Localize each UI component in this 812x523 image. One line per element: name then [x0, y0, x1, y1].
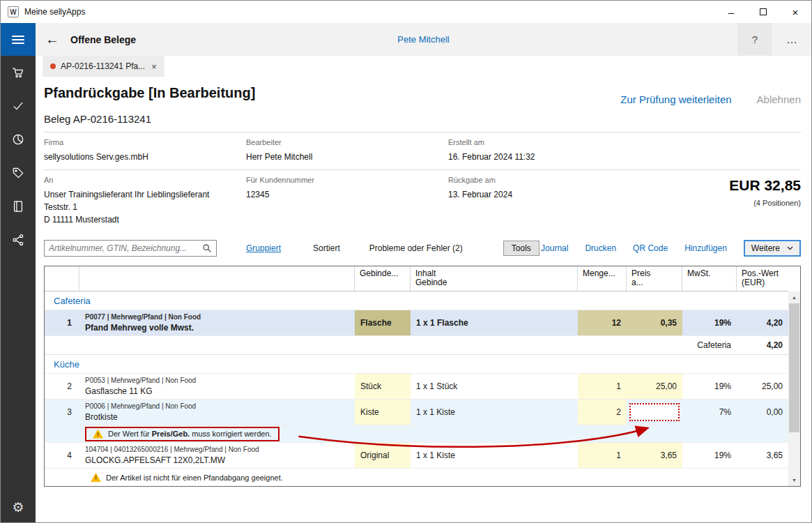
tag-icon	[11, 166, 25, 180]
scrollbar-track[interactable]	[788, 432, 800, 474]
tools-button[interactable]: Tools	[503, 241, 539, 256]
table-row-3[interactable]: 3 P0006 | Mehrweg/Pfand | Non Food Brotk…	[45, 400, 788, 425]
invalid-price-field[interactable]	[629, 403, 680, 421]
subtotal-value: 4,20	[737, 336, 788, 354]
preis-cell-invalid[interactable]	[627, 400, 682, 425]
total-positions: (4 Positionen)	[622, 199, 801, 207]
mwst-cell: 7%	[682, 400, 737, 425]
minimize-button[interactable]: –	[715, 1, 747, 23]
document-tab[interactable]: AP-0216-113241 Pfa... ×	[43, 56, 164, 77]
close-button[interactable]: ×	[779, 1, 811, 23]
journal-link[interactable]: Journal	[541, 243, 568, 253]
menge-cell[interactable]: 1	[578, 374, 627, 399]
add-link[interactable]: Hinzufügen	[684, 243, 727, 253]
search-input[interactable]	[49, 243, 202, 253]
more-actions-button[interactable]: Weitere	[744, 240, 801, 257]
row-number: 4	[45, 443, 79, 468]
scrollbar-thumb[interactable]	[789, 303, 799, 432]
row-number: 2	[45, 374, 79, 399]
inhalt-cell: 1 x 1 Kiste	[411, 400, 578, 425]
back-button[interactable]: ←	[45, 31, 59, 47]
sidebar-item-tasks[interactable]	[1, 89, 36, 123]
article-meta: P0006 | Mehrweg/Pfand | Non Food	[85, 402, 196, 410]
more-actions-label: Weitere	[751, 243, 780, 253]
article-cell: P0053 | Mehrweg/Pfand | Non Food Gasflas…	[79, 374, 355, 399]
table-row-4[interactable]: 4 104704 | 04013265000216 | Mehrweg/Pfan…	[45, 443, 788, 469]
reject-link[interactable]: Ablehnen	[757, 93, 801, 105]
warning-icon	[93, 430, 103, 439]
inhalt-cell: 1 x 1 Stück	[411, 374, 578, 399]
field-label: Rückgabe am	[448, 176, 622, 184]
more-button[interactable]: …	[772, 23, 811, 56]
search-box[interactable]	[44, 240, 217, 257]
sidebar-item-tags[interactable]	[1, 156, 36, 190]
warning-text: Der Wert für Preis/Geb. muss korrigiert …	[108, 430, 272, 438]
header-cell-mwst[interactable]: MwSt.	[682, 266, 737, 291]
share-icon	[11, 233, 25, 247]
gebinde-cell[interactable]: Flasche	[355, 310, 411, 335]
row-number: 3	[45, 400, 79, 425]
preis-cell[interactable]: 25,00	[627, 374, 682, 399]
sidebar-item-cart[interactable]	[1, 56, 36, 89]
warning-row-deposit: Der Artikel ist nicht für einen Pfandabg…	[45, 469, 788, 486]
table-row-1[interactable]: 1 P0077 | Mehrweg/Pfand | Non Food Pfand…	[45, 310, 788, 336]
table-row-2[interactable]: 2 P0053 | Mehrweg/Pfand | Non Food Gasfl…	[45, 374, 788, 400]
modified-dot-icon	[50, 63, 56, 69]
sidebar-item-share[interactable]	[1, 223, 36, 257]
sidebar-item-reports[interactable]	[1, 123, 36, 156]
sorted-link[interactable]: Sortiert	[313, 243, 340, 253]
group-header-cafeteria[interactable]: Cafeteria	[45, 291, 788, 310]
menge-cell[interactable]: 12	[578, 310, 627, 335]
sidebar: ⚙	[1, 23, 36, 522]
header-cell-preis[interactable]: Preisa...	[627, 266, 682, 291]
field-label: Für Kundennummer	[246, 176, 448, 184]
scroll-down-icon[interactable]: ▼	[788, 474, 800, 486]
wert-cell: 0,00	[737, 400, 788, 425]
article-cell: P0006 | Mehrweg/Pfand | Non Food Brotkis…	[79, 400, 355, 425]
group-header-kueche[interactable]: Küche	[45, 355, 788, 374]
app-window: W Meine sellyApps – ×	[0, 0, 812, 523]
user-name[interactable]: Pete Mitchell	[36, 34, 811, 45]
item-toolbar: Gruppiert Sortiert Probleme oder Fehler …	[44, 239, 801, 257]
menge-cell[interactable]: 1	[578, 443, 627, 468]
search-icon	[202, 243, 212, 253]
fields-row-1: Firma sellysolutions Serv.ges.mbH Bearbe…	[44, 132, 801, 169]
tab-close-icon[interactable]: ×	[151, 61, 157, 72]
print-link[interactable]: Drucken	[585, 243, 616, 253]
preis-cell[interactable]: 3,65	[627, 443, 682, 468]
app-title: Meine sellyApps	[24, 7, 85, 17]
field-bearbeiter: Bearbeiter Herr Pete Mitchell	[246, 138, 448, 163]
sidebar-item-journal[interactable]	[1, 190, 36, 223]
article-description: GLOCKG.APFELSAFT 12X0,2LT.MW	[85, 455, 225, 465]
field-value: 13. Februar 2024	[448, 188, 622, 201]
deposit-warning: Der Artikel ist nicht für einen Pfandabg…	[91, 473, 283, 482]
article-meta: 104704 | 04013265000216 | Mehrweg/Pfand …	[85, 446, 259, 453]
header-cell-gebinde[interactable]: Gebinde...	[355, 266, 411, 291]
header-cell-wert[interactable]: Pos.-Wert(EUR)	[737, 266, 788, 291]
problems-link[interactable]: Probleme oder Fehler (2)	[369, 243, 463, 253]
preis-cell[interactable]: 0,35	[627, 310, 682, 335]
chevron-down-icon	[787, 246, 793, 250]
wert-cell: 25,00	[737, 374, 788, 399]
forward-for-review-link[interactable]: Zur Prüfung weiterleiten	[620, 93, 731, 105]
qr-code-link[interactable]: QR Code	[633, 243, 668, 253]
document-title: Pfandrückgabe [In Bearbeitung]	[44, 85, 255, 101]
wert-cell: 3,65	[737, 443, 788, 468]
mwst-cell: 19%	[682, 310, 737, 335]
gebinde-cell[interactable]: Kiste	[355, 400, 411, 425]
maximize-button[interactable]	[747, 1, 779, 23]
scroll-up-icon[interactable]: ▲	[788, 291, 800, 303]
book-icon	[11, 199, 25, 213]
header-cell-number	[45, 266, 79, 291]
gebinde-cell[interactable]: Stück	[355, 374, 411, 399]
header-cell-menge[interactable]: Menge...	[578, 266, 627, 291]
help-button[interactable]: ?	[737, 23, 772, 56]
header-cell-inhalt[interactable]: InhaltGebinde	[411, 266, 578, 291]
gebinde-cell[interactable]: Original	[355, 443, 411, 468]
sidebar-menu-button[interactable]	[1, 23, 36, 56]
table-scrollbar[interactable]: ▲ ▼	[788, 291, 800, 486]
grouped-link[interactable]: Gruppiert	[246, 243, 281, 253]
menge-cell[interactable]: 2	[578, 400, 627, 425]
sidebar-item-settings[interactable]: ⚙	[1, 492, 36, 522]
article-description: Brotkiste	[85, 412, 118, 422]
